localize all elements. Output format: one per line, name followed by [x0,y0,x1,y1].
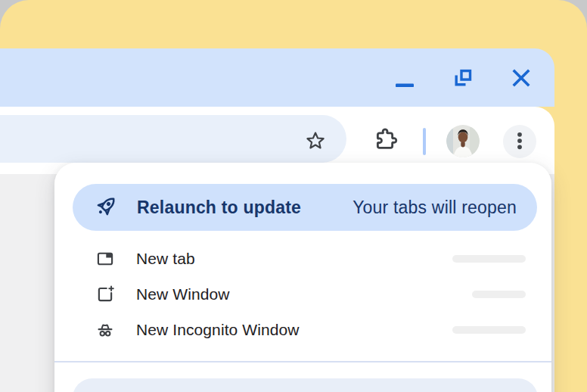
browser-dropdown-menu: Relaunch to update Your tabs will reopen… [54,163,551,392]
toolbar-separator [423,128,426,155]
restore-icon [453,68,473,88]
shortcut-placeholder [452,255,526,263]
window-titlebar [0,48,554,107]
menu-divider [54,361,551,362]
address-bar[interactable] [0,115,346,163]
menu-item-label: New tab [136,250,195,268]
close-button[interactable] [511,68,531,88]
extensions-button[interactable] [368,125,402,158]
menu-next-section-placeholder [73,378,538,392]
minimize-icon [395,75,415,95]
bookmark-star-icon [304,129,327,154]
bookmark-button[interactable] [299,125,332,158]
new-tab-icon [95,249,115,269]
browser-menu-button[interactable] [503,125,536,158]
close-icon [511,68,531,88]
menu-item-label: New Incognito Window [136,321,300,339]
extensions-puzzle-icon [372,128,398,156]
illustration-stage: Relaunch to update Your tabs will reopen… [0,0,587,392]
menu-item-new-tab[interactable]: New tab [54,241,551,276]
minimize-button[interactable] [395,75,415,95]
menu-item-new-window[interactable]: New Window [54,276,551,312]
menu-item-label: New Window [136,285,230,303]
menu-item-list: New tab New Window [54,241,551,347]
incognito-icon [95,320,115,340]
rocket-launch-icon [92,193,120,222]
relaunch-to-update-banner[interactable]: Relaunch to update Your tabs will reopen [73,184,537,231]
more-vert-icon [508,129,531,154]
tabs-reopen-hint: Your tabs will reopen [353,198,517,218]
menu-item-new-incognito-window[interactable]: New Incognito Window [54,312,551,347]
restore-button[interactable] [453,68,473,88]
shortcut-placeholder [452,326,526,334]
relaunch-label: Relaunch to update [137,198,301,218]
shortcut-placeholder [472,291,526,298]
new-window-icon [95,285,115,304]
profile-avatar [446,125,480,158]
profile-button[interactable] [446,125,480,158]
